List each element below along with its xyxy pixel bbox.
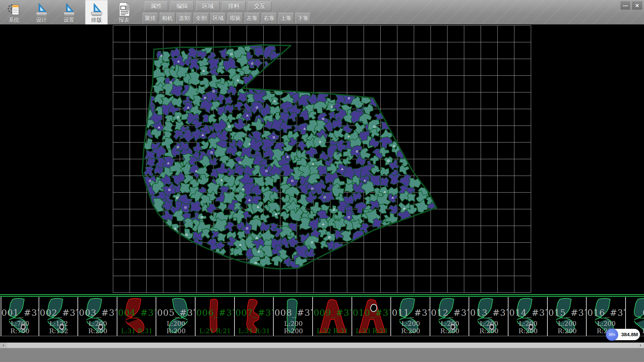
thumbnail-cells: 001_#37L:700 R:700002_#37L:132 R:132003_… — [0, 297, 644, 336]
thumbnail-label: 012_#37 — [431, 308, 469, 318]
menu-tab-排料[interactable]: 排料 — [222, 1, 246, 11]
tool-button-聚排[interactable]: 聚排 — [143, 13, 158, 24]
thumbnail-cell-010_#37[interactable]: 010_#37L:33 R:33 — [353, 297, 391, 336]
tool-button-右靠[interactable]: 右靠 — [261, 13, 277, 24]
thumbnail-label: 005_#37 — [157, 308, 195, 318]
menu-tab-属性[interactable]: 属性 — [145, 1, 168, 11]
thumbnail-cell-003_#37[interactable]: 003_#37L:200 R:200 — [79, 297, 117, 336]
thumbnail-cell-013_#37[interactable]: 013_#37L:200 R:200 — [470, 297, 508, 336]
thumbnail-lr-count: L:700 R:700 — [1, 320, 39, 335]
menu-tab-编辑[interactable]: 编辑 — [170, 1, 194, 11]
thumbnail-cell-014_#37[interactable]: 014_#37L:200 R:200 — [509, 297, 548, 336]
status-bar — [0, 348, 644, 362]
main-button-label: 系统 — [9, 17, 19, 23]
main-button-排版[interactable]: 排版 — [85, 0, 108, 24]
toolbar: 系统设计设置排版报表 属性编辑区域排料交互 聚排相机选割全割区域瑕疵左靠右靠上靠… — [0, 0, 644, 24]
thumbnail-lr-count: L:32 R:31 — [314, 327, 352, 335]
scroll-right-button[interactable]: › — [637, 343, 644, 348]
main-button-label: 报表 — [119, 17, 129, 23]
thumbnail-lr-count: L:200 R:200 — [79, 320, 117, 335]
tool-button-下靠[interactable]: 下靠 — [295, 13, 311, 24]
piece-thumbnail-strip: 001_#37L:700 R:700002_#37L:132 R:132003_… — [0, 294, 644, 343]
main-button-label: 设计 — [36, 17, 47, 23]
progress-badge: 38% 384.8M — [606, 329, 640, 340]
progress-percent: 38% — [606, 328, 618, 341]
thumbnail-cell-006_#37[interactable]: 006_#37L:21 R:21 — [196, 297, 235, 336]
main-button-label: 设置 — [64, 17, 74, 23]
thumbnail-label: 016_#37 — [587, 308, 625, 318]
tool-button-全割[interactable]: 全割 — [194, 13, 209, 24]
thumbnail-label: 011_#37 — [392, 308, 430, 318]
nesting-canvas[interactable] — [0, 24, 644, 294]
scroll-left-button[interactable]: ‹ — [0, 343, 7, 348]
thumbnail-label: 009_#37 — [314, 308, 352, 318]
main-button-设计[interactable]: 设计 — [30, 0, 53, 24]
tool-button-瑕疵[interactable]: 瑕疵 — [227, 13, 243, 24]
design-icon — [35, 2, 48, 17]
thumbnail-cell-015_#37[interactable]: 015_#37L:200 R:200 — [548, 297, 587, 336]
thumbnail-lr-count: L:200 R:200 — [509, 320, 547, 335]
thumbnail-label: 007_#37 — [235, 308, 273, 318]
strip-divider-line — [0, 294, 644, 295]
thumbnail-lr-count: L:21 R:21 — [196, 327, 234, 335]
thumbnail-lr-count: L:200 R:200 — [470, 320, 508, 335]
report-icon — [117, 2, 131, 17]
tool-button-上靠[interactable]: 上靠 — [278, 13, 294, 24]
thumbnail-cell-008_#37[interactable]: 008_#37L:200 R:200 — [274, 297, 313, 336]
thumbnail-lr-count: L:31 R:31 — [235, 327, 273, 335]
thumbnail-label: 0 — [627, 308, 644, 318]
system-icon — [7, 2, 21, 17]
thumbnail-lr-count: L:200 R:200 — [274, 320, 312, 335]
thumbnail-lr-count: L:200 R:200 — [548, 320, 586, 335]
thumbnail-label: 008_#37 — [274, 308, 312, 318]
thumbnail-label: 004_#37 — [118, 308, 156, 318]
thumbnail-label: 014_#37 — [509, 308, 547, 318]
thumbnail-cell-002_#37[interactable]: 002_#37L:132 R:132 — [40, 297, 78, 336]
thumbnail-label: 001_#37 — [1, 308, 39, 318]
thumbnail-lr-count: L:200 R:200 — [392, 320, 430, 335]
thumbnail-cell-007_#37[interactable]: 007_#37L:31 R:31 — [235, 297, 274, 336]
thumbnail-label: 003_#37 — [79, 308, 117, 318]
menu-tab-区域[interactable]: 区域 — [196, 1, 220, 11]
thumbnail-label: 015_#37 — [548, 308, 586, 318]
thumbnail-cell-001_#37[interactable]: 001_#37L:700 R:700 — [1, 297, 39, 336]
thumbnail-lr-count: L:31 R:31 — [118, 327, 156, 335]
nesting-icon — [90, 2, 103, 17]
thumbnail-cell-012_#37[interactable]: 012_#37L:200 R:200 — [431, 297, 470, 336]
tool-button-区域[interactable]: 区域 — [210, 13, 226, 24]
thumbnail-lr-count: L:200 R:200 — [431, 320, 469, 335]
thumbnail-lr-count: L:132 R:132 — [40, 320, 78, 335]
strip-divider-line — [0, 296, 644, 297]
application-window: 系统设计设置排版报表 属性编辑区域排料交互 聚排相机选割全割区域瑕疵左靠右靠上靠… — [0, 0, 644, 362]
thumbnail-label: 002_#37 — [40, 308, 78, 318]
tool-button-左靠[interactable]: 左靠 — [245, 13, 260, 24]
main-button-label: 排版 — [91, 17, 102, 23]
settings-icon — [62, 2, 76, 17]
main-button-设置[interactable]: 设置 — [58, 0, 80, 24]
thumbnail-cell-009_#37[interactable]: 009_#37L:32 R:31 — [314, 297, 352, 336]
thumbnail-label: 013_#37 — [470, 308, 508, 318]
tool-button-选割[interactable]: 选割 — [176, 13, 192, 24]
minimize-button[interactable]: — — [620, 1, 631, 10]
horizontal-scrollbar[interactable]: ‹ › — [0, 343, 644, 348]
main-button-系统[interactable]: 系统 — [3, 0, 25, 24]
thumbnail-label: 006_#37 — [196, 308, 234, 318]
close-button[interactable]: ✕ — [632, 1, 643, 10]
thumbnail-lr-count: L:200 R:200 — [157, 320, 195, 335]
thumbnail-cell-004_#37[interactable]: 004_#37L:31 R:31 — [118, 297, 157, 336]
menu-tab-交互[interactable]: 交互 — [248, 1, 271, 11]
thumbnail-label: 010_#37 — [353, 308, 391, 318]
memory-usage: 384.8M — [620, 329, 639, 340]
strip-bottom-border — [0, 336, 644, 336]
thumbnail-lr-count: L:33 R:33 — [353, 327, 391, 335]
thumbnail-cell-005_#37[interactable]: 005_#37L:200 R:200 — [157, 297, 196, 336]
main-button-报表[interactable]: 报表 — [113, 0, 135, 24]
thumbnail-cell-011_#37[interactable]: 011_#37L:200 R:200 — [392, 297, 430, 336]
tool-button-相机[interactable]: 相机 — [160, 13, 175, 24]
